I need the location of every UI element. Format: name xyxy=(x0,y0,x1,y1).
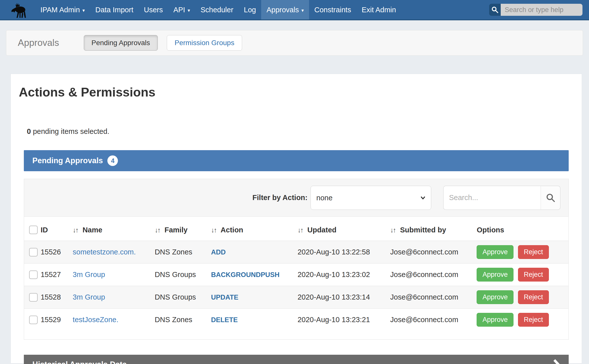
nav-item-exit-admin[interactable]: Exit Admin xyxy=(356,0,401,20)
column-header-action[interactable]: ↓↑ Action xyxy=(211,217,298,241)
approve-button[interactable]: Approve xyxy=(477,290,513,304)
cell-updated: 2020-Aug-10 13:23:02 xyxy=(298,263,390,286)
actions-permissions-card: Actions & Permissions 0 pending items se… xyxy=(11,74,582,363)
cell-id: 15528 xyxy=(41,286,73,309)
cell-submitted-by: Jose@6connect.com xyxy=(390,263,477,286)
column-header-id: ID xyxy=(41,217,73,241)
row-checkbox[interactable] xyxy=(29,248,38,256)
filter-by-action-label: Filter by Action: xyxy=(252,194,308,202)
nav-item-label: Scheduler xyxy=(200,6,233,14)
search-icon xyxy=(545,193,556,203)
cell-updated: 2020-Aug-10 13:22:58 xyxy=(298,241,390,263)
selected-text: pending items selected. xyxy=(33,127,109,135)
cell-family: DNS Zones xyxy=(155,241,211,263)
nav-item-log[interactable]: Log xyxy=(239,0,261,20)
cell-id: 15526 xyxy=(41,241,73,263)
cell-name-link[interactable]: sometestzone.com. xyxy=(73,248,136,256)
nav-spacer xyxy=(401,0,489,20)
cell-family: DNS Zones xyxy=(155,309,211,331)
reject-button[interactable]: Reject xyxy=(518,290,549,304)
approve-button[interactable]: Approve xyxy=(477,313,513,327)
sort-icon: ↓↑ xyxy=(155,226,160,234)
reject-button[interactable]: Reject xyxy=(518,245,549,259)
caret-down-icon: ▾ xyxy=(82,8,85,13)
cell-family: DNS Groups xyxy=(155,286,211,309)
tab-permission-groups[interactable]: Permission Groups xyxy=(167,35,242,51)
selected-count: 0 xyxy=(27,127,31,135)
table-search-input[interactable] xyxy=(443,186,541,210)
cell-action-link[interactable]: UPDATE xyxy=(211,294,238,301)
caret-down-icon: ▾ xyxy=(188,8,190,13)
column-header-name[interactable]: ↓↑ Name xyxy=(73,217,155,241)
nav-item-data-import[interactable]: Data Import xyxy=(90,0,139,20)
global-search xyxy=(489,4,582,16)
nav-item-constraints[interactable]: Constraints xyxy=(309,0,356,20)
column-header-updated[interactable]: ↓↑ Updated xyxy=(298,217,390,241)
row-checkbox[interactable] xyxy=(29,316,38,324)
nav-item-label: Constraints xyxy=(314,6,351,14)
column-header-options: Options xyxy=(477,217,568,241)
nav-item-api[interactable]: API ▾ xyxy=(168,0,195,20)
nav-item-users[interactable]: Users xyxy=(138,0,168,20)
nav-item-label: Exit Admin xyxy=(362,6,396,14)
cell-submitted-by: Jose@6connect.com xyxy=(390,241,477,263)
cell-name-link[interactable]: 3m Group xyxy=(73,293,105,301)
cell-submitted-by: Jose@6connect.com xyxy=(390,309,477,331)
page-section-title: Approvals xyxy=(18,38,59,48)
column-header-submitted-by[interactable]: ↓↑ Submitted by xyxy=(390,217,477,241)
cell-action-link[interactable]: ADD xyxy=(211,248,226,256)
table-search-button[interactable] xyxy=(541,186,560,210)
approvals-table-container: Filter by Action: none xyxy=(24,179,569,340)
nav-item-label: Log xyxy=(244,6,256,14)
table-search-group xyxy=(443,186,560,210)
chevron-right-icon xyxy=(553,359,560,364)
row-checkbox[interactable] xyxy=(29,270,38,279)
cell-id: 15527 xyxy=(41,263,73,286)
nav-item-ipam-admin[interactable]: IPAM Admin ▾ xyxy=(35,0,90,20)
cell-updated: 2020-Aug-10 13:23:14 xyxy=(298,286,390,309)
historical-approvals-accordion[interactable]: Historical Approvals Data xyxy=(24,355,569,364)
nav-item-label: Data Import xyxy=(95,6,133,14)
nav-item-label: IPAM Admin xyxy=(40,6,80,14)
table-row: 15529 testJoseZone. DNS Zones DELETE 202… xyxy=(24,309,568,331)
nav-item-scheduler[interactable]: Scheduler xyxy=(195,0,239,20)
nav-item-label: Approvals xyxy=(266,6,299,14)
reject-button[interactable]: Reject xyxy=(518,268,549,282)
pending-approvals-table: ID ↓↑ Name ↓↑ Family ↓↑ Action xyxy=(24,217,568,331)
cell-name-link[interactable]: testJoseZone. xyxy=(73,316,118,324)
row-checkbox[interactable] xyxy=(29,293,38,302)
sort-icon: ↓↑ xyxy=(211,226,216,234)
nav-item-approvals[interactable]: Approvals ▾ xyxy=(261,0,309,20)
cell-name-link[interactable]: 3m Group xyxy=(73,270,105,279)
reject-button[interactable]: Reject xyxy=(518,313,549,327)
caret-down-icon: ▾ xyxy=(301,8,304,13)
nav-item-label: Users xyxy=(144,6,163,14)
pending-count-badge: 4 xyxy=(107,155,118,166)
action-filter-select[interactable]: none xyxy=(311,186,431,210)
cell-submitted-by: Jose@6connect.com xyxy=(390,286,477,309)
filter-strip: Filter by Action: none xyxy=(24,179,568,217)
table-row: 15528 3m Group DNS Groups UPDATE 2020-Au… xyxy=(24,286,568,309)
tab-pending-approvals[interactable]: Pending Approvals xyxy=(84,35,158,51)
select-all-checkbox[interactable] xyxy=(29,226,38,234)
historical-approvals-title: Historical Approvals Data xyxy=(32,360,553,364)
table-bottom-padding xyxy=(24,331,568,339)
cell-action-link[interactable]: BACKGROUNDPUSH xyxy=(211,271,279,279)
sort-icon: ↓↑ xyxy=(298,226,303,234)
search-icon[interactable] xyxy=(489,4,501,16)
top-navbar: IPAM Admin ▾ Data Import Users API ▾ Sch… xyxy=(0,0,589,20)
approve-button[interactable]: Approve xyxy=(477,268,513,282)
sort-icon: ↓↑ xyxy=(390,226,396,234)
page-title: Actions & Permissions xyxy=(19,85,569,99)
sort-icon: ↓↑ xyxy=(73,226,78,234)
cell-action-link[interactable]: DELETE xyxy=(211,316,238,324)
approve-button[interactable]: Approve xyxy=(477,245,513,259)
moose-logo-icon[interactable] xyxy=(9,2,29,20)
cell-id: 15529 xyxy=(41,309,73,331)
approvals-subheader: Approvals Pending Approvals Permission G… xyxy=(6,30,583,56)
column-header-family[interactable]: ↓↑ Family xyxy=(155,217,211,241)
table-row: 15526 sometestzone.com. DNS Zones ADD 20… xyxy=(24,241,568,263)
pending-approvals-panel-header: Pending Approvals 4 xyxy=(24,150,569,171)
global-search-input[interactable] xyxy=(501,4,582,16)
table-header-row: ID ↓↑ Name ↓↑ Family ↓↑ Action xyxy=(24,217,568,241)
